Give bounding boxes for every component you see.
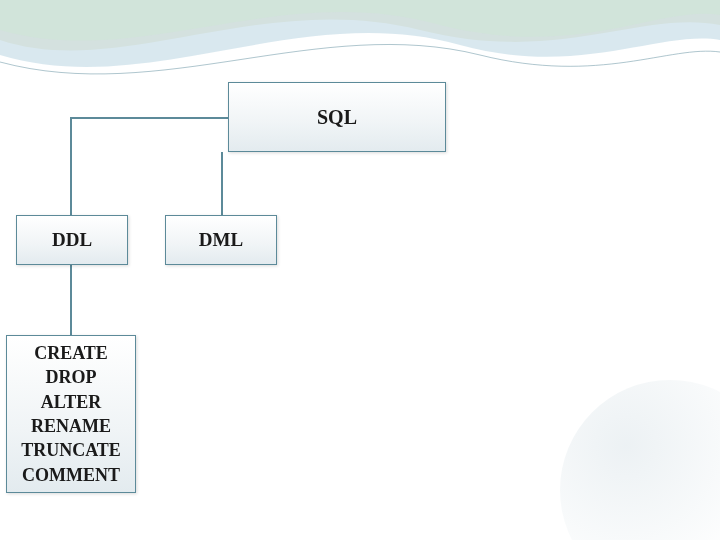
- node-ddl: DDL: [16, 215, 128, 265]
- connector-sql-dml: [221, 152, 223, 215]
- connector-sql-ddl: [70, 117, 72, 215]
- node-ddl-label: DDL: [52, 229, 92, 251]
- node-dml-label: DML: [199, 229, 243, 251]
- connector-ddl-commands: [70, 265, 72, 335]
- node-dml: DML: [165, 215, 277, 265]
- connector-bus: [70, 117, 228, 119]
- node-sql-label: SQL: [317, 106, 357, 129]
- node-ddl-commands-text: CREATE DROP ALTER RENAME TRUNCATE COMMEN…: [21, 341, 121, 487]
- background-corner: [560, 380, 720, 540]
- node-ddl-commands: CREATE DROP ALTER RENAME TRUNCATE COMMEN…: [6, 335, 136, 493]
- node-sql: SQL: [228, 82, 446, 152]
